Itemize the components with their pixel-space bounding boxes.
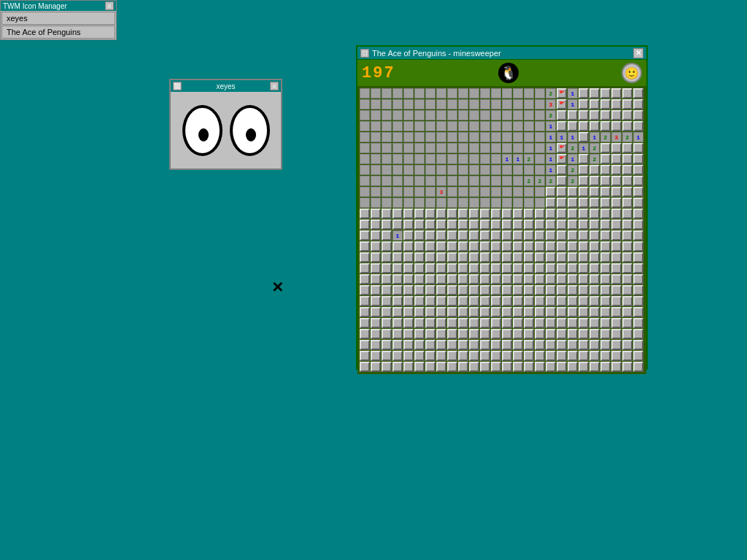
board-cell[interactable] [436, 219, 446, 230]
board-cell[interactable] [382, 318, 392, 328]
board-cell[interactable] [622, 219, 632, 230]
board-cell[interactable] [633, 187, 643, 197]
board-cell[interactable] [447, 263, 457, 273]
board-cell[interactable] [414, 329, 425, 339]
board-cell[interactable] [469, 110, 479, 120]
board-cell[interactable] [382, 230, 392, 241]
board-cell[interactable] [491, 252, 501, 262]
board-cell[interactable] [392, 176, 403, 186]
board-cell[interactable] [436, 88, 446, 98]
board-cell[interactable] [622, 99, 632, 109]
board-cell[interactable] [458, 329, 468, 339]
board-cell[interactable] [578, 340, 589, 350]
board-cell[interactable] [360, 99, 370, 109]
board-cell[interactable] [425, 329, 436, 339]
board-cell[interactable] [611, 88, 622, 98]
board-cell[interactable] [403, 307, 414, 317]
board-cell[interactable] [392, 263, 403, 273]
board-cell[interactable] [502, 209, 512, 219]
board-cell[interactable] [546, 263, 556, 273]
board-cell[interactable]: 1 [589, 132, 600, 142]
board-cell[interactable] [414, 165, 425, 175]
board-cell[interactable] [414, 209, 425, 219]
board-cell[interactable] [546, 209, 556, 219]
board-cell[interactable] [502, 165, 512, 175]
board-cell[interactable] [513, 252, 523, 262]
board-cell[interactable]: 2 [622, 132, 632, 142]
board-cell[interactable] [622, 165, 632, 175]
board-cell[interactable] [535, 154, 545, 164]
board-cell[interactable] [611, 176, 622, 186]
board-cell[interactable] [513, 230, 523, 241]
board-cell[interactable] [360, 165, 370, 175]
board-cell[interactable] [403, 132, 414, 142]
board-cell[interactable] [403, 219, 414, 230]
board-cell[interactable] [469, 362, 479, 372]
board-cell[interactable] [633, 263, 643, 273]
board-cell[interactable] [480, 132, 490, 142]
board-cell[interactable] [447, 241, 457, 252]
board-cell[interactable] [568, 263, 578, 273]
board-cell[interactable] [436, 318, 446, 328]
board-cell[interactable] [371, 362, 381, 372]
board-cell[interactable] [557, 318, 567, 328]
board-cell[interactable] [633, 252, 643, 262]
board-cell[interactable] [491, 307, 501, 317]
board-cell[interactable] [535, 230, 545, 241]
board-cell[interactable] [568, 274, 578, 284]
board-cell[interactable] [447, 121, 457, 131]
board-cell[interactable] [360, 263, 370, 273]
board-cell[interactable] [360, 329, 370, 339]
board-cell[interactable] [557, 329, 567, 339]
board-cell[interactable] [447, 198, 457, 208]
board-cell[interactable] [622, 274, 632, 284]
board-cell[interactable] [546, 340, 556, 350]
board-cell[interactable] [513, 110, 523, 120]
board-cell[interactable] [458, 176, 468, 186]
board-cell[interactable] [392, 318, 403, 328]
board-cell[interactable] [392, 329, 403, 339]
board-cell[interactable] [392, 165, 403, 175]
board-cell[interactable] [458, 274, 468, 284]
board-cell[interactable] [513, 362, 523, 372]
board-cell[interactable] [436, 241, 446, 252]
board-cell[interactable] [524, 209, 534, 219]
board-cell[interactable] [557, 351, 567, 361]
board-cell[interactable] [371, 329, 381, 339]
board-cell[interactable] [589, 176, 600, 186]
board-cell[interactable] [491, 329, 501, 339]
board-cell[interactable] [524, 318, 534, 328]
board-cell[interactable] [546, 285, 556, 295]
board-cell[interactable]: 1 [513, 154, 523, 164]
board-cell[interactable]: 2 [524, 154, 534, 164]
board-cell[interactable] [392, 241, 403, 252]
board-cell[interactable] [491, 165, 501, 175]
board-cell[interactable] [469, 307, 479, 317]
board-cell[interactable] [403, 99, 414, 109]
board-cell[interactable] [578, 165, 589, 175]
board-cell[interactable] [480, 307, 490, 317]
board-cell[interactable]: 2 [568, 176, 578, 186]
board-cell[interactable] [360, 154, 370, 164]
board-cell[interactable] [578, 176, 589, 186]
board-cell[interactable] [414, 88, 425, 98]
board-cell[interactable] [425, 274, 436, 284]
board-cell[interactable] [557, 219, 567, 230]
board-cell[interactable] [469, 252, 479, 262]
board-cell[interactable] [600, 329, 611, 339]
board-cell[interactable] [589, 230, 600, 241]
board-cell[interactable] [557, 274, 567, 284]
board-cell[interactable] [502, 99, 512, 109]
board-cell[interactable] [436, 274, 446, 284]
board-cell[interactable] [600, 88, 611, 98]
board-cell[interactable] [447, 143, 457, 153]
board-cell[interactable] [371, 230, 381, 241]
board-cell[interactable]: 2 [589, 143, 600, 153]
board-cell[interactable] [447, 285, 457, 295]
board-cell[interactable] [557, 209, 567, 219]
board-cell[interactable] [502, 88, 512, 98]
board-cell[interactable] [392, 121, 403, 131]
board-cell[interactable] [611, 307, 622, 317]
board-cell[interactable] [611, 274, 622, 284]
board-cell[interactable] [524, 110, 534, 120]
